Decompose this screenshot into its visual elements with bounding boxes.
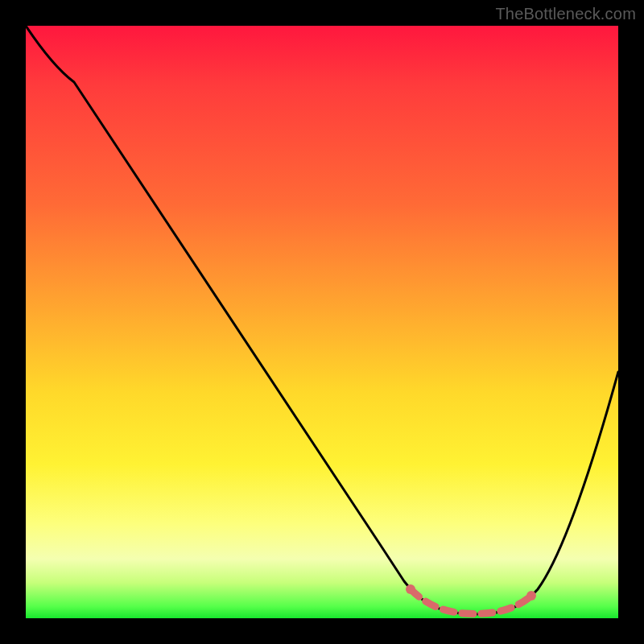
sweet-spot-start-dot <box>406 584 415 594</box>
plot-area <box>26 26 618 618</box>
chart-frame: TheBottleneck.com <box>0 0 644 644</box>
sweet-spot-path <box>411 589 531 613</box>
bottleneck-curve-svg <box>26 26 618 618</box>
bottleneck-curve-path <box>26 26 618 614</box>
sweet-spot-end-dot <box>526 591 536 601</box>
watermark-text: TheBottleneck.com <box>495 5 636 23</box>
